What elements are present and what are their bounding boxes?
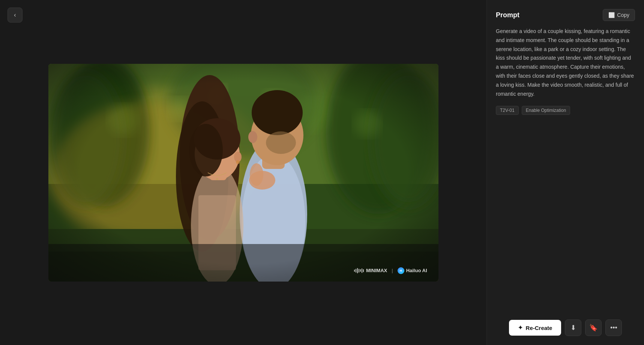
copy-label: Copy: [617, 12, 629, 18]
video-frame: MINIMAX | H Hailuo AI: [48, 64, 438, 282]
hailuo-logo: H Hailuo AI: [398, 267, 427, 274]
back-button[interactable]: ‹: [8, 8, 23, 23]
tags-row: T2V-01 Enable Optimization: [496, 106, 635, 115]
hailuo-circle-icon: H: [398, 267, 404, 274]
prompt-title: Prompt: [496, 11, 519, 19]
action-bar: ✦ Re-Create ⬇ 🔖 •••: [487, 319, 644, 336]
chevron-left-icon: ‹: [14, 12, 16, 18]
more-options-button[interactable]: •••: [605, 319, 622, 336]
recreate-label: Re-Create: [526, 325, 552, 331]
hailuo-text: Hailuo AI: [406, 268, 427, 273]
minimax-logo: MINIMAX: [354, 268, 387, 274]
copy-button[interactable]: ⬜ Copy: [603, 9, 635, 21]
download-button[interactable]: ⬇: [565, 319, 581, 336]
tag-model: T2V-01: [496, 106, 519, 115]
waveform-icon: [354, 268, 364, 274]
video-scene-svg: [48, 64, 438, 282]
bookmark-icon: 🔖: [589, 324, 597, 332]
right-panel: Prompt ⬜ Copy Generate a video of a coup…: [486, 0, 644, 345]
watermark-divider: |: [392, 268, 393, 273]
minimax-text: MINIMAX: [366, 268, 387, 273]
watermark: MINIMAX | H Hailuo AI: [354, 267, 427, 274]
prompt-section: Prompt ⬜ Copy Generate a video of a coup…: [487, 0, 644, 345]
tag-optimization: Enable Optimization: [522, 106, 570, 115]
more-icon: •••: [610, 324, 617, 332]
recreate-button[interactable]: ✦ Re-Create: [509, 320, 561, 336]
download-icon: ⬇: [570, 324, 576, 332]
prompt-text: Generate a video of a couple kissing, fe…: [496, 27, 635, 98]
bookmark-button[interactable]: 🔖: [585, 319, 602, 336]
copy-icon: ⬜: [608, 12, 615, 18]
sparkle-icon: ✦: [518, 324, 523, 331]
svg-rect-38: [48, 244, 438, 282]
video-container: MINIMAX | H Hailuo AI: [48, 64, 438, 282]
prompt-header: Prompt ⬜ Copy: [496, 9, 635, 21]
